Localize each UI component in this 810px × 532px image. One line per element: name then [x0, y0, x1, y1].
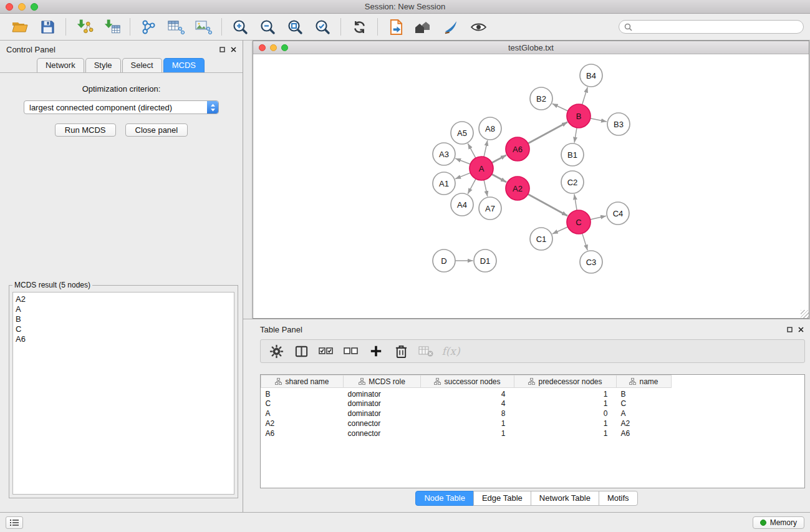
table-cell[interactable]: B: [617, 388, 672, 399]
mcds-result-item[interactable]: A2: [16, 294, 231, 304]
add-row-button[interactable]: [365, 341, 387, 361]
table-cell[interactable]: C: [617, 399, 672, 409]
refresh-button[interactable]: [345, 16, 373, 38]
minimize-window-button[interactable]: [18, 3, 26, 11]
task-history-button[interactable]: [6, 516, 23, 529]
graph-node-C4[interactable]: C4: [607, 202, 629, 225]
graph-node-A[interactable]: A: [470, 157, 493, 180]
column-header-name[interactable]: name: [617, 375, 672, 388]
open-file-button[interactable]: [6, 16, 34, 38]
zoom-out-button[interactable]: [254, 16, 281, 38]
float-panel-icon[interactable]: [219, 47, 225, 52]
graph-node-D[interactable]: D: [433, 249, 455, 272]
table-cell[interactable]: dominator: [344, 399, 421, 409]
zoom-in-button[interactable]: [226, 16, 254, 38]
table-cell[interactable]: 0: [514, 409, 617, 418]
table-cell[interactable]: connector: [344, 418, 421, 428]
export-image-button[interactable]: [190, 16, 217, 38]
graph-edge-B-B3[interactable]: [591, 118, 607, 122]
zoom-fit-button[interactable]: [281, 16, 309, 38]
graph-node-A8[interactable]: A8: [479, 117, 501, 140]
save-session-button[interactable]: [34, 16, 61, 38]
resize-handle[interactable]: [801, 310, 809, 318]
search-input[interactable]: [635, 22, 798, 31]
table-tab-network-table[interactable]: Network Table: [531, 491, 599, 506]
table-cell[interactable]: A6: [617, 428, 672, 438]
graph-node-C1[interactable]: C1: [530, 228, 552, 250]
delete-row-button[interactable]: [390, 341, 412, 361]
close-panel-button[interactable]: Close panel: [125, 123, 188, 137]
table-cell[interactable]: connector: [344, 428, 421, 438]
select-all-button[interactable]: [316, 341, 337, 361]
graph-node-C3[interactable]: C3: [580, 251, 602, 273]
graph-edge-C-C2[interactable]: [574, 194, 577, 210]
graph-node-A3[interactable]: A3: [433, 143, 455, 165]
table-cell[interactable]: 1: [514, 388, 617, 399]
optimization-criterion-select[interactable]: largest connected component (directed): [24, 100, 219, 114]
graph-edge-A-A7[interactable]: [484, 180, 488, 196]
zoom-selected-button[interactable]: [309, 16, 336, 38]
minimize-network-window-button[interactable]: [270, 44, 277, 51]
graph-edge-A-A2[interactable]: [492, 174, 507, 182]
graph-edge-A2-C[interactable]: [528, 194, 567, 216]
table-cell[interactable]: dominator: [344, 388, 421, 399]
close-network-window-button[interactable]: [259, 44, 266, 51]
graph-node-B1[interactable]: B1: [561, 143, 584, 166]
table-cell[interactable]: A6: [261, 428, 344, 438]
home-button[interactable]: [410, 16, 437, 38]
graph-edge-C-C3[interactable]: [582, 233, 588, 250]
column-header-shared-name[interactable]: shared name: [261, 375, 344, 388]
control-panel-tab-network[interactable]: Network: [37, 58, 84, 72]
graph-node-A2[interactable]: A2: [506, 177, 529, 200]
graph-node-A4[interactable]: A4: [451, 193, 473, 216]
memory-button[interactable]: Memory: [753, 516, 804, 529]
mcds-result-item[interactable]: A6: [16, 334, 231, 344]
control-panel-tab-select[interactable]: Select: [122, 58, 162, 72]
document-action-button[interactable]: [382, 16, 410, 38]
graph-edge-B-B2[interactable]: [552, 104, 568, 111]
mcds-result-item[interactable]: A: [16, 304, 231, 314]
table-cell[interactable]: 4: [421, 399, 514, 409]
graph-node-C2[interactable]: C2: [561, 171, 584, 193]
control-panel-tab-mcds[interactable]: MCDS: [163, 58, 205, 72]
close-window-button[interactable]: [6, 3, 13, 11]
table-cell[interactable]: A2: [261, 418, 344, 428]
network-canvas[interactable]: B4B2BB3A5A8A6B1A3AC2A1A2A4A7C4CC1C3DD1: [253, 54, 809, 318]
mcds-result-item[interactable]: C: [16, 324, 231, 334]
table-cell[interactable]: A2: [617, 418, 672, 428]
table-cell[interactable]: 1: [514, 418, 617, 428]
graph-edge-C-C4[interactable]: [591, 216, 607, 220]
table-cell[interactable]: A: [261, 409, 344, 418]
table-cell[interactable]: 1: [421, 418, 514, 428]
delete-table-button[interactable]: [415, 341, 436, 361]
graph-node-B4[interactable]: B4: [580, 64, 602, 87]
graph-edge-A-A1[interactable]: [455, 173, 470, 179]
mcds-result-item[interactable]: B: [16, 314, 231, 324]
graph-node-B2[interactable]: B2: [530, 87, 552, 110]
graph-edge-A-A5[interactable]: [468, 143, 476, 158]
column-selector-button[interactable]: [291, 341, 312, 361]
close-table-panel-icon[interactable]: [798, 327, 804, 332]
table-cell[interactable]: B: [261, 388, 344, 399]
maximize-window-button[interactable]: [31, 3, 38, 11]
graph-node-D1[interactable]: D1: [474, 249, 496, 272]
graph-edge-A6-B[interactable]: [528, 122, 567, 143]
graph-node-A6[interactable]: A6: [506, 137, 529, 161]
graph-edge-A-A6[interactable]: [492, 155, 506, 163]
maximize-network-window-button[interactable]: [281, 44, 288, 51]
graph-node-A7[interactable]: A7: [479, 197, 501, 220]
graph-edge-A-A4[interactable]: [468, 179, 476, 194]
graph-edge-A-A8[interactable]: [484, 140, 488, 157]
table-tab-motifs[interactable]: Motifs: [599, 491, 638, 506]
table-cell[interactable]: 1: [421, 428, 514, 438]
run-mcds-button[interactable]: Run MCDS: [55, 123, 116, 137]
control-panel-tab-style[interactable]: Style: [85, 58, 121, 72]
table-cell[interactable]: 8: [421, 409, 514, 418]
graph-edge-B-B4[interactable]: [582, 87, 588, 105]
graph-edge-C-C1[interactable]: [552, 227, 568, 234]
column-header-successor-nodes[interactable]: successor nodes: [421, 375, 514, 388]
graph-edge-B-B1[interactable]: [574, 128, 577, 143]
graph-node-B[interactable]: B: [567, 104, 591, 128]
new-table-button[interactable]: [162, 16, 190, 38]
style-brush-button[interactable]: [437, 16, 465, 38]
